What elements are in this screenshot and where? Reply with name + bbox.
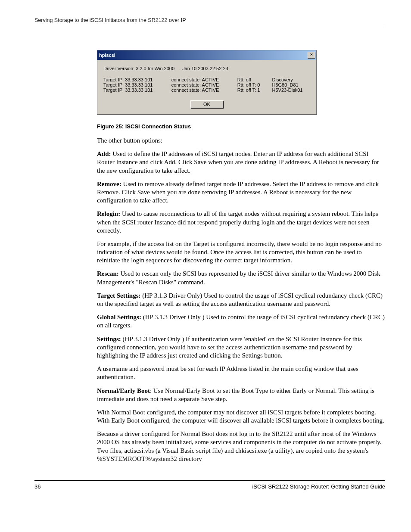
- driver-version-label: Driver Version: 3.2.0 for Win 2000: [103, 66, 174, 71]
- target-ip: Target IP: 33.33.33.101: [103, 87, 171, 93]
- table-row: Target IP: 33.33.33.101 connect state: A…: [103, 82, 310, 87]
- relogin-text: Used to cause reconnections to all of th…: [97, 210, 378, 233]
- target-name: H5G80_D81: [272, 82, 311, 87]
- dialog-screenshot: hpiscsi × Driver Version: 3.2.0 for Win …: [97, 50, 385, 115]
- term-add: Add:: [97, 150, 111, 157]
- settings-paragraph: Settings: (HP 3.1.3 Driver Only ) If aut…: [97, 335, 385, 360]
- intro-line: The other button options:: [97, 137, 385, 145]
- rescan-paragraph: Rescan: Used to rescan only the SCSI bus…: [97, 270, 385, 286]
- target-settings-paragraph: Target Settings: (HP 3.1.3 Driver Only) …: [97, 292, 385, 308]
- term-settings: Settings:: [97, 336, 121, 342]
- rtt: Rtt: off T: 0: [237, 82, 272, 87]
- connect-state: connect state: ACTIVE: [171, 87, 237, 93]
- body-text: The other button options: Add: Used to d…: [97, 137, 385, 463]
- driver-version-line: Driver Version: 3.2.0 for Win 2000 Jan 1…: [103, 66, 310, 71]
- term-normal-boot: Normal/Early Boot: [97, 387, 150, 394]
- dialog-title: hpiscsi: [99, 53, 115, 58]
- hpiscsi-dialog: hpiscsi × Driver Version: 3.2.0 for Win …: [97, 50, 317, 115]
- remove-text: Used to remove already defined target no…: [97, 180, 379, 204]
- normal-boot-paragraph: Normal/Early Boot: Use Normal/Early Boot…: [97, 387, 385, 403]
- connect-state: connect state: ACTIVE: [171, 77, 237, 82]
- global-settings-paragraph: Global Settings: (HP 3.1.3 Driver Only )…: [97, 313, 385, 330]
- target-name: Discovery: [272, 77, 311, 82]
- target-ip: Target IP: 33.33.33.101: [103, 77, 171, 82]
- rtt: Rtt: off T: 1: [237, 87, 272, 93]
- term-remove: Remove:: [97, 180, 121, 187]
- dialog-titlebar: hpiscsi ×: [97, 50, 316, 60]
- relogin-example: For example, if the access list on the T…: [97, 240, 385, 265]
- running-header: Serving Storage to the iSCSI Initiators …: [34, 17, 385, 26]
- close-icon[interactable]: ×: [308, 52, 315, 59]
- settings-note: A username and password must be set for …: [97, 365, 385, 381]
- driver-timestamp: Jan 10 2003 22:52:23: [182, 66, 228, 71]
- settings-text: (HP 3.1.3 Driver Only ) If authenticatio…: [97, 336, 362, 359]
- dialog-body: Driver Version: 3.2.0 for Win 2000 Jan 1…: [97, 60, 316, 114]
- page-number: 36: [34, 483, 40, 490]
- normal-boot-p2: With Normal Boot configured, the compute…: [97, 408, 385, 425]
- table-row: Target IP: 33.33.33.101 connect state: A…: [103, 87, 310, 93]
- page-footer: 36 iSCSI SR2122 Storage Router: Getting …: [34, 480, 385, 490]
- add-paragraph: Add: Used to define the IP addresses of …: [97, 150, 385, 175]
- relogin-paragraph: Relogin: Used to cause reconnections to …: [97, 210, 385, 235]
- ok-button[interactable]: OK: [190, 100, 223, 108]
- rescan-text: Used to rescan only the SCSI bus represe…: [97, 270, 380, 285]
- term-global-settings: Global Settings:: [97, 314, 141, 320]
- table-row: Target IP: 33.33.33.101 connect state: A…: [103, 77, 310, 82]
- footer-doc-title: iSCSI SR2122 Storage Router: Getting Sta…: [252, 483, 385, 490]
- normal-boot-p3: Because a driver configured for Normal B…: [97, 430, 385, 463]
- term-target-settings: Target Settings:: [97, 292, 141, 299]
- term-relogin: Relogin:: [97, 210, 120, 217]
- remove-paragraph: Remove: Used to remove already defined t…: [97, 180, 385, 205]
- targets-table: Target IP: 33.33.33.101 connect state: A…: [103, 77, 310, 93]
- target-ip: Target IP: 33.33.33.101: [103, 82, 171, 87]
- add-text: Used to define the IP addresses of iSCSI…: [97, 150, 379, 174]
- target-name: H5V23-Disk01: [272, 87, 311, 93]
- term-rescan: Rescan:: [97, 270, 119, 277]
- figure-caption: Figure 25: iSCSI Connection Status: [97, 123, 385, 130]
- rtt: Rtt: off: [237, 77, 272, 82]
- connect-state: connect state: ACTIVE: [171, 82, 237, 87]
